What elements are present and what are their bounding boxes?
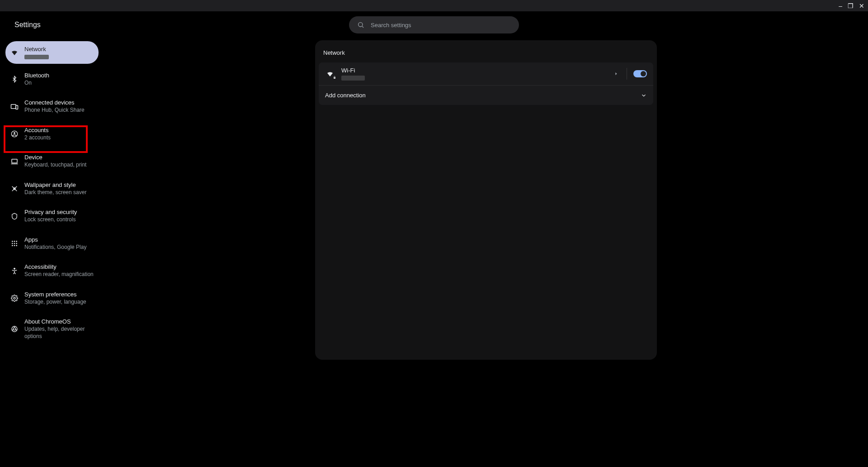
sidebar-item-label: Apps	[24, 236, 86, 244]
svg-point-11	[16, 241, 17, 242]
sidebar-item-sublabel: 2 accounts	[24, 134, 51, 142]
svg-point-10	[14, 241, 15, 242]
body: Network Bluetooth On Connected devi	[0, 38, 868, 467]
section-title: Network	[315, 49, 657, 62]
account-icon	[10, 129, 19, 138]
wifi-label: Wi-Fi	[341, 67, 614, 74]
laptop-icon	[10, 157, 19, 166]
search-icon	[357, 21, 364, 29]
svg-point-17	[16, 245, 17, 246]
svg-point-18	[14, 268, 15, 269]
wifi-secure-icon	[325, 70, 335, 78]
divider	[627, 68, 627, 80]
gear-icon	[10, 294, 19, 303]
sidebar-item-connected-devices[interactable]: Connected devices Phone Hub, Quick Share	[5, 95, 99, 118]
sidebar-item-privacy[interactable]: Privacy and security Lock screen, contro…	[5, 204, 99, 228]
search-input[interactable]	[371, 22, 511, 29]
sidebar-item-network[interactable]: Network	[5, 41, 99, 64]
chevron-down-icon	[641, 92, 647, 99]
svg-point-9	[12, 241, 13, 242]
wifi-toggle[interactable]	[633, 70, 647, 77]
page-title: Settings	[14, 21, 41, 29]
settings-window: – ❐ ✕ Settings Network	[0, 0, 868, 467]
sidebar-item-bluetooth[interactable]: Bluetooth On	[5, 67, 99, 91]
chevron-right-icon	[614, 71, 618, 76]
svg-rect-25	[334, 77, 335, 79]
sidebar-item-sublabel: Notifications, Google Play	[24, 244, 86, 251]
svg-point-16	[14, 245, 15, 246]
sidebar-item-label: Device	[24, 154, 86, 162]
apps-icon	[10, 239, 19, 248]
sidebar-item-label: Wallpaper and style	[24, 181, 86, 189]
svg-rect-2	[11, 104, 16, 108]
svg-point-13	[14, 243, 15, 244]
wifi-ssid	[341, 76, 365, 81]
app-header: Settings	[0, 11, 868, 38]
sidebar-item-apps[interactable]: Apps Notifications, Google Play	[5, 232, 99, 255]
sidebar-item-label: Accessibility	[24, 263, 94, 271]
accessibility-icon	[10, 267, 19, 276]
svg-line-23	[12, 330, 14, 330]
svg-point-19	[14, 297, 15, 299]
sidebar-item-sublabel: Phone Hub, Quick Share	[24, 107, 85, 114]
sidebar-item-accessibility[interactable]: Accessibility Screen reader, magnificati…	[5, 259, 99, 282]
sidebar-item-device[interactable]: Device Keyboard, touchpad, print	[5, 149, 99, 173]
svg-point-14	[16, 243, 17, 244]
window-maximize-button[interactable]: ❐	[848, 2, 854, 10]
devices-icon	[10, 102, 19, 111]
sidebar-item-wallpaper[interactable]: Wallpaper and style Dark theme, screen s…	[5, 177, 99, 200]
network-panel: Network Wi-Fi	[315, 40, 657, 360]
sidebar-item-sublabel: Lock screen, controls	[24, 216, 77, 224]
sidebar: Network Bluetooth On Connected devi	[0, 38, 104, 467]
sidebar-item-label: Connected devices	[24, 99, 85, 107]
sidebar-item-label: Network	[24, 46, 49, 53]
svg-point-15	[12, 245, 13, 246]
svg-point-5	[14, 132, 15, 134]
sidebar-item-sublabel: Dark theme, screen saver	[24, 189, 86, 196]
add-connection-row[interactable]: Add connection	[319, 86, 653, 105]
sidebar-item-label: About ChromeOS	[24, 318, 94, 326]
sidebar-item-sublabel: Storage, power, language	[24, 299, 86, 306]
svg-line-24	[15, 330, 17, 330]
bluetooth-icon	[10, 75, 19, 84]
sidebar-item-label: Privacy and security	[24, 209, 77, 216]
sidebar-item-sublabel: Updates, help, developer options	[24, 326, 94, 340]
sidebar-item-system[interactable]: System preferences Storage, power, langu…	[5, 286, 99, 310]
svg-rect-6	[12, 159, 17, 162]
sidebar-item-label: Accounts	[24, 127, 51, 134]
svg-point-0	[359, 23, 363, 27]
window-close-button[interactable]: ✕	[859, 2, 864, 10]
window-minimize-button[interactable]: –	[839, 2, 842, 10]
wifi-icon	[10, 48, 19, 57]
sidebar-item-label: Bluetooth	[24, 72, 49, 80]
search-container[interactable]	[349, 16, 519, 33]
sidebar-item-accounts[interactable]: Accounts 2 accounts	[5, 122, 99, 146]
sidebar-item-sublabel	[24, 55, 49, 59]
svg-point-12	[12, 243, 13, 244]
chrome-icon	[10, 324, 19, 334]
main-content: Network Wi-Fi	[104, 38, 868, 467]
window-titlebar: – ❐ ✕	[0, 0, 868, 11]
toggle-knob	[641, 71, 646, 76]
shield-icon	[10, 212, 19, 221]
svg-rect-3	[16, 105, 18, 109]
sidebar-item-sublabel: On	[24, 80, 49, 87]
sidebar-item-sublabel: Keyboard, touchpad, print	[24, 162, 86, 169]
svg-line-1	[362, 26, 363, 28]
wallpaper-icon	[10, 184, 19, 193]
sidebar-item-about[interactable]: About ChromeOS Updates, help, developer …	[5, 314, 99, 344]
add-connection-label: Add connection	[325, 92, 641, 99]
sidebar-item-label: System preferences	[24, 291, 86, 299]
sidebar-item-sublabel: Screen reader, magnification	[24, 271, 94, 278]
wifi-row[interactable]: Wi-Fi	[319, 62, 653, 86]
